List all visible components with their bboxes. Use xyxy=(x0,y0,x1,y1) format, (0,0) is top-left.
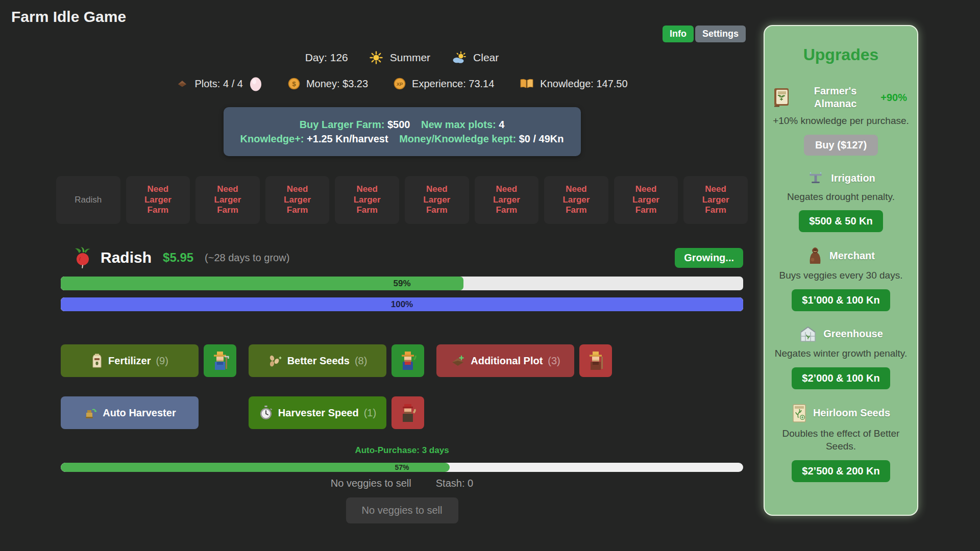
buy-greenhouse-button[interactable]: $2’000 & 100 Kn xyxy=(792,367,890,389)
tab-plot-locked[interactable]: Need Larger Farm xyxy=(614,176,678,224)
upgrade-name: Heirloom Seeds xyxy=(813,407,890,419)
offer-label: Money/Knowledge kept: xyxy=(399,133,516,144)
greenhouse-icon xyxy=(799,325,817,343)
tab-plot-locked[interactable]: Need Larger Farm xyxy=(544,176,608,224)
knowledge-stat: Knowledge: 147.50 xyxy=(540,78,627,90)
growth-progress-label: 59% xyxy=(61,277,743,290)
farmer-icon xyxy=(211,350,229,371)
book-icon xyxy=(520,78,534,89)
buy-irrigation-button[interactable]: $500 & 50 Kn xyxy=(799,210,883,232)
farmer-icon xyxy=(586,350,605,371)
sprinkler-icon xyxy=(806,171,825,186)
upgrade-description: Doubles the effect of Better Seeds. xyxy=(773,427,909,453)
plot-plus-icon xyxy=(450,354,465,367)
auto-purchase-progress-label: 57% xyxy=(61,463,743,472)
additional-plot-button[interactable]: Additional Plot (3) xyxy=(436,344,574,377)
money-stat: Money: $3.23 xyxy=(306,78,368,90)
tab-plot-radish[interactable]: Radish xyxy=(56,176,120,224)
offer-value: $0 / 49Kn xyxy=(519,133,564,144)
upgrade-name: Irrigation xyxy=(831,172,875,184)
offer-line-1: Buy Larger Farm: $500 New max plots: 4 xyxy=(296,119,509,131)
additional-plot-label: Additional Plot xyxy=(471,355,543,367)
better-seeds-count: (8) xyxy=(355,355,367,367)
upgrade-farmers-almanac: Farmer's Almanac +90% xyxy=(773,85,909,110)
offer-value: $500 xyxy=(387,119,410,130)
harvester-speed-button[interactable]: Harvester Speed (1) xyxy=(249,396,386,429)
sell-veggies-button[interactable]: No veggies to sell xyxy=(346,497,458,523)
tab-plot-locked[interactable]: Need Larger Farm xyxy=(683,176,748,224)
upgrade-irrigation: Irrigation xyxy=(773,171,909,186)
offer-line-2: Knowledge+: +1.25 Kn/harvest Money/Knowl… xyxy=(236,133,568,145)
farmer-icon xyxy=(399,350,417,371)
tab-plot-locked[interactable]: Need Larger Farm xyxy=(195,176,260,224)
crop-name: Radish xyxy=(101,249,152,266)
better-seeds-auto-farmer-button[interactable] xyxy=(391,344,424,377)
seed-packet-icon xyxy=(792,404,807,423)
tab-plot-locked[interactable]: Need Larger Farm xyxy=(265,176,330,224)
season-label: Summer xyxy=(390,52,430,64)
offer-value: 4 xyxy=(499,119,504,130)
upgrade-description: +10% knowledge per purchase. xyxy=(773,114,909,128)
buy-heirloom-seeds-button[interactable]: $2’500 & 200 Kn xyxy=(792,460,890,482)
seeds-icon xyxy=(268,354,282,367)
sun-cloud-icon xyxy=(452,51,466,64)
upgrade-name: Greenhouse xyxy=(823,328,883,340)
offer-label: New max plots: xyxy=(421,119,496,130)
tab-plot-locked[interactable]: Need Larger Farm xyxy=(475,176,539,224)
offer-label: Knowledge+: xyxy=(240,133,304,144)
plot-tabs: Radish Need Larger Farm Need Larger Farm… xyxy=(56,176,748,224)
tab-plot-locked[interactable]: Need Larger Farm xyxy=(335,176,399,224)
additional-plot-count: (3) xyxy=(548,355,560,367)
upgrade-heirloom-seeds: Heirloom Seeds xyxy=(773,404,909,423)
fertilizer-button[interactable]: Fertilizer (9) xyxy=(61,344,199,377)
buy-merchant-button[interactable]: $1’000 & 100 Kn xyxy=(792,289,890,311)
buy-almanac-button[interactable]: Buy ($127) xyxy=(804,135,878,156)
crop-header: Radish $5.95 (~28 days to grow) Growing.… xyxy=(61,247,743,268)
upgrades-title: Upgrades xyxy=(773,45,909,64)
water-progress-label: 100% xyxy=(61,297,743,311)
upgrade-name: Farmer's Almanac xyxy=(790,85,880,110)
coin-icon: $ xyxy=(288,78,300,90)
tab-plot-locked[interactable]: Need Larger Farm xyxy=(126,176,190,224)
stats-row: Plots: 4 / 4 $ Money: $3.23 XP Experienc… xyxy=(61,76,743,92)
upgrade-merchant: Merchant xyxy=(773,246,909,265)
upgrade-bonus: +90% xyxy=(880,92,907,104)
auto-harvester-label: Auto Harvester xyxy=(103,407,176,419)
additional-plot-auto-farmer-button[interactable] xyxy=(579,344,612,377)
harvester-icon xyxy=(83,406,97,420)
crop-grow-note: (~28 days to grow) xyxy=(205,252,289,264)
fertilizer-icon xyxy=(91,353,103,368)
main-column: Day: 126 Summer Clear Plots: 4 / 4 $ xyxy=(61,0,743,523)
upgrade-description: Negates drought penalty. xyxy=(773,190,909,204)
svg-text:$: $ xyxy=(292,80,296,88)
buy-larger-farm-panel[interactable]: Buy Larger Farm: $500 New max plots: 4 K… xyxy=(224,107,581,156)
plots-stat: Plots: 4 / 4 xyxy=(194,78,243,90)
tab-plot-locked[interactable]: Need Larger Farm xyxy=(405,176,469,224)
upgrade-description: Buys veggies every 30 days. xyxy=(773,269,909,282)
crop-price: $5.95 xyxy=(163,251,193,265)
sun-icon xyxy=(370,51,383,64)
upgrade-greenhouse: Greenhouse xyxy=(773,325,909,343)
better-seeds-label: Better Seeds xyxy=(287,355,350,367)
radish-icon xyxy=(74,247,91,268)
egg-icon xyxy=(249,76,262,92)
offer-value: +1.25 Kn/harvest xyxy=(307,133,388,144)
fertilizer-auto-farmer-button[interactable] xyxy=(204,344,236,377)
harvester-speed-auto-farmer-button[interactable] xyxy=(391,396,424,429)
xp-coin-icon: XP xyxy=(394,78,406,90)
water-progress-bar: 100% xyxy=(61,297,743,311)
status-row: Day: 126 Summer Clear xyxy=(61,51,743,64)
fertilizer-label: Fertilizer xyxy=(108,355,151,367)
actions-row-2: Auto Harvester Harvester Speed (1) xyxy=(61,396,743,429)
market-status-row: No veggies to sell Stash: 0 xyxy=(61,478,743,489)
farmer-icon xyxy=(399,403,417,423)
offer-label: Buy Larger Farm: xyxy=(300,119,385,130)
plot-icon xyxy=(176,79,188,88)
harvester-speed-label: Harvester Speed xyxy=(278,407,359,419)
day-counter: Day: 126 xyxy=(305,52,348,64)
growing-status-button[interactable]: Growing... xyxy=(675,248,743,268)
better-seeds-button[interactable]: Better Seeds (8) xyxy=(249,344,386,377)
auto-purchase-label: Auto-Purchase: 3 days xyxy=(61,445,743,456)
auto-harvester-button[interactable]: Auto Harvester xyxy=(61,396,199,429)
actions-row-1: Fertilizer (9) Better Seeds (8) xyxy=(61,344,743,377)
